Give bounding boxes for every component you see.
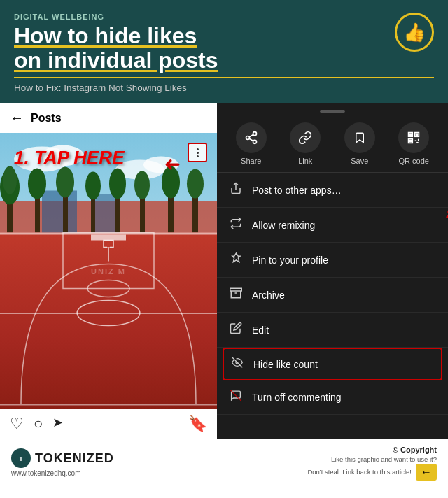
- edit-icon: [228, 322, 244, 338]
- post-to-other-apps-item[interactable]: Post to other apps…: [217, 173, 448, 208]
- link-icon-item[interactable]: Link: [290, 122, 321, 165]
- red-arrow-icon: ➜: [164, 152, 181, 176]
- hide-count-icon: [230, 357, 245, 371]
- svg-rect-13: [63, 193, 68, 233]
- svg-rect-23: [192, 194, 198, 233]
- svg-rect-45: [416, 134, 419, 136]
- svg-point-38: [253, 141, 256, 144]
- archive-item[interactable]: Archive: [217, 278, 448, 313]
- three-dots-button[interactable]: [188, 143, 207, 162]
- archive-icon: [228, 287, 244, 303]
- save-icon[interactable]: 🔖: [188, 415, 207, 433]
- remixing-icon: [228, 217, 244, 233]
- post-to-apps-icon: [228, 182, 244, 198]
- footer-url: www.tokenizedhq.com: [11, 469, 114, 477]
- subtitle: How to Fix: Instagram Not Showing Likes: [14, 77, 434, 93]
- posts-label: Posts: [31, 112, 62, 124]
- save-circle: [344, 122, 375, 153]
- header: DIGITAL WELLBEING How to hide likes on i…: [0, 0, 448, 103]
- logo-icon: T: [11, 448, 31, 468]
- post-to-apps-label: Post to other apps…: [252, 185, 342, 196]
- svg-rect-46: [410, 141, 412, 143]
- svg-rect-31: [0, 313, 217, 315]
- svg-text:T: T: [19, 455, 23, 462]
- svg-line-40: [249, 135, 253, 137]
- svg-point-16: [85, 172, 101, 200]
- share-circle: [236, 122, 267, 153]
- hide-like-count-item[interactable]: Hide like count: [223, 348, 442, 380]
- yellow-arrow-icon: ←: [416, 464, 437, 481]
- save-icon-item[interactable]: Save: [344, 122, 375, 165]
- svg-rect-21: [168, 193, 174, 233]
- link-circle: [290, 122, 321, 153]
- pin-label: Pin to your profile: [252, 255, 328, 266]
- dot2: [197, 152, 199, 154]
- pin-to-profile-item[interactable]: Pin to your profile 2. THEN TAPHERE ↓: [217, 243, 448, 278]
- turn-off-commenting-label: Turn off commenting: [252, 392, 342, 403]
- ig-image-area: 1. TAP HERE ➜ UNIZ M: [0, 133, 217, 409]
- footer-desc2: Don't steal. Link back to this article!: [307, 468, 412, 476]
- share-icon[interactable]: ➤: [52, 415, 63, 433]
- turn-off-commenting-item[interactable]: Turn off commenting: [217, 380, 448, 415]
- svg-point-37: [246, 136, 249, 140]
- hide-like-count-label: Hide like count: [253, 359, 318, 370]
- svg-point-14: [56, 167, 74, 198]
- right-panel: Share Link Save: [217, 103, 448, 439]
- link-label: Link: [298, 157, 312, 165]
- save-label: Save: [351, 157, 368, 165]
- qr-icon-item[interactable]: QR code: [398, 122, 429, 165]
- svg-rect-35: [108, 248, 109, 262]
- ig-action-bar: ♡ ○ ➤ 🔖: [0, 409, 217, 439]
- main-title: How to hide likes on individual posts: [14, 24, 434, 73]
- category-label: DIGITAL WELLBEING: [14, 13, 434, 21]
- qr-circle: [398, 122, 429, 153]
- svg-point-20: [134, 171, 150, 199]
- allow-remixing-label: Allow remixing: [252, 220, 315, 231]
- svg-point-24: [187, 169, 204, 199]
- ig-header: ← Posts: [0, 103, 217, 133]
- archive-label: Archive: [252, 290, 285, 301]
- svg-rect-32: [91, 235, 126, 241]
- footer-logo: T TOKENIZED: [11, 448, 114, 468]
- thumbs-up-icon: 👍: [395, 13, 434, 52]
- edit-item[interactable]: Edit: [217, 313, 448, 348]
- drag-handle: [320, 110, 345, 113]
- pin-icon: [228, 252, 244, 268]
- share-icons-row: Share Link Save: [217, 118, 448, 173]
- svg-rect-11: [35, 194, 40, 233]
- svg-rect-15: [91, 196, 95, 233]
- svg-point-10: [3, 166, 17, 194]
- back-arrow-icon[interactable]: ←: [10, 110, 24, 126]
- allow-remixing-item[interactable]: Allow remixing: [217, 208, 448, 243]
- left-panel: ← Posts: [0, 103, 217, 439]
- footer-desc1: Like this graphic and want to use it?: [307, 455, 437, 464]
- share-label: Share: [241, 157, 261, 165]
- footer-right-row: Don't steal. Link back to this article! …: [307, 464, 437, 481]
- svg-rect-53: [230, 289, 242, 292]
- dot1: [197, 148, 199, 150]
- svg-rect-44: [410, 134, 412, 136]
- share-icon-item[interactable]: Share: [236, 122, 267, 165]
- svg-rect-30: [0, 404, 217, 406]
- comment-icon[interactable]: ○: [34, 415, 43, 433]
- svg-point-36: [253, 132, 256, 136]
- edit-label: Edit: [252, 325, 269, 336]
- like-icon[interactable]: ♡: [10, 415, 24, 433]
- tap-here-label: 1. TAP HERE: [14, 147, 124, 169]
- svg-point-18: [109, 169, 126, 199]
- qr-label: QR code: [399, 157, 429, 165]
- dot3: [197, 155, 199, 157]
- svg-rect-19: [140, 196, 145, 233]
- svg-rect-17: [115, 194, 120, 233]
- content-area: ← Posts: [0, 103, 448, 439]
- svg-rect-34: [107, 243, 110, 248]
- commenting-icon: [228, 390, 244, 405]
- ig-action-left: ♡ ○ ➤: [10, 415, 63, 433]
- footer-right: © Copyright Like this graphic and want t…: [307, 446, 437, 481]
- watermark: UNIZ M: [91, 267, 126, 276]
- copyright-text: © Copyright: [307, 446, 437, 454]
- footer: T TOKENIZED www.tokenizedhq.com © Copyri…: [0, 439, 448, 486]
- brand-name: TOKENIZED: [35, 451, 114, 466]
- svg-line-39: [249, 139, 253, 141]
- svg-point-12: [28, 169, 46, 199]
